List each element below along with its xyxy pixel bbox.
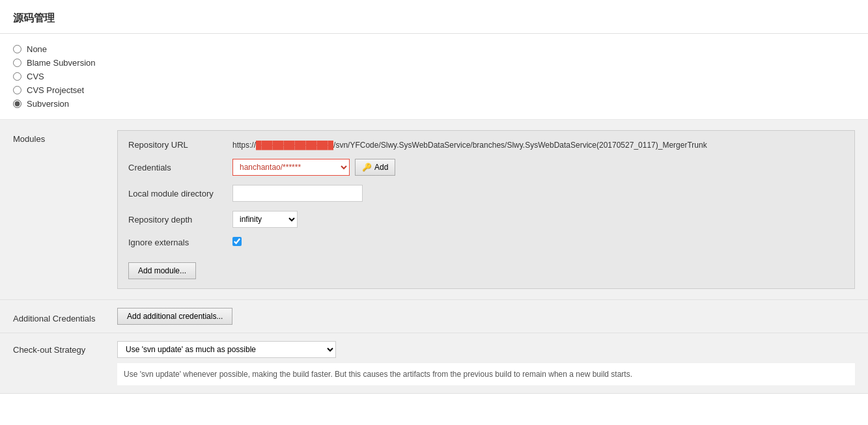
- ignore-externals-checkbox[interactable]: [232, 237, 242, 246]
- checkout-strategy-select[interactable]: Use 'svn update' as much as possible Alw…: [117, 341, 336, 358]
- additional-credentials-section: Additional Credentials Add additional cr…: [0, 300, 868, 333]
- radio-cvs-projectset[interactable]: [13, 86, 21, 94]
- radio-none[interactable]: [13, 45, 21, 53]
- local-module-label: Local module directory: [128, 189, 232, 199]
- checkout-select-row: Use 'svn update' as much as possible Alw…: [117, 341, 855, 358]
- modules-label: Modules: [13, 130, 117, 289]
- add-button-label: Add: [374, 163, 388, 172]
- radio-item-none[interactable]: None: [13, 44, 855, 54]
- checkout-strategy-section: Check-out Strategy Use 'svn update' as m…: [0, 333, 868, 394]
- radio-item-subversion[interactable]: Subversion: [13, 99, 855, 109]
- additional-credentials-label: Additional Credentials: [13, 310, 117, 323]
- add-module-button[interactable]: Add module...: [128, 262, 196, 279]
- radio-cvs-label[interactable]: CVS: [27, 72, 44, 81]
- module-box: Repository URL https://██████████████/sv…: [117, 130, 855, 289]
- section-title: 源码管理: [0, 0, 868, 34]
- repository-url-text: https://██████████████/svn/YFCode/Slwy.S…: [232, 141, 707, 150]
- radio-subversion[interactable]: [13, 100, 21, 108]
- add-module-row: Add module...: [128, 257, 844, 279]
- checkout-strategy-content: Use 'svn update' as much as possible Alw…: [117, 341, 855, 385]
- credentials-value: hanchantao/****** 🔑 Add: [232, 159, 844, 176]
- repository-url-value: https://██████████████/svn/YFCode/Slwy.S…: [232, 140, 844, 150]
- checkout-description: Use 'svn update' whenever possible, maki…: [117, 363, 855, 385]
- scm-radio-group: None Blame Subversion CVS CVS Projectset…: [0, 34, 868, 120]
- repository-depth-value: infinity empty files immediates: [232, 211, 844, 228]
- radio-blame-subversion-label[interactable]: Blame Subversion: [27, 58, 96, 68]
- url-suffix: /svn/YFCode/Slwy.SysWebDataService/branc…: [333, 141, 707, 150]
- radio-cvs-projectset-label[interactable]: CVS Projectset: [27, 85, 84, 95]
- modules-section: Modules Repository URL https://█████████…: [0, 120, 868, 300]
- radio-item-blame-subversion[interactable]: Blame Subversion: [13, 58, 855, 68]
- repository-depth-row: Repository depth infinity empty files im…: [128, 211, 844, 228]
- radio-cvs[interactable]: [13, 72, 21, 81]
- radio-subversion-label[interactable]: Subversion: [27, 99, 69, 109]
- add-credentials-button[interactable]: 🔑 Add: [355, 159, 395, 176]
- page-container: 源码管理 None Blame Subversion CVS CVS Proje…: [0, 0, 868, 425]
- ignore-externals-value: [232, 237, 844, 248]
- repository-depth-select[interactable]: infinity empty files immediates: [232, 211, 298, 228]
- add-additional-credentials-button[interactable]: Add additional credentials...: [117, 308, 232, 325]
- local-module-input[interactable]: [232, 185, 363, 202]
- radio-none-label[interactable]: None: [27, 44, 47, 54]
- local-module-row: Local module directory: [128, 185, 844, 202]
- section-title-text: 源码管理: [13, 12, 55, 23]
- radio-item-cvs[interactable]: CVS: [13, 72, 855, 81]
- ignore-externals-label: Ignore externals: [128, 238, 232, 247]
- url-prefix: https://: [232, 141, 256, 150]
- credentials-select[interactable]: hanchantao/******: [232, 159, 350, 176]
- repository-depth-label: Repository depth: [128, 215, 232, 225]
- radio-blame-subversion[interactable]: [13, 59, 21, 67]
- ignore-externals-row: Ignore externals: [128, 237, 844, 248]
- repository-url-row: Repository URL https://██████████████/sv…: [128, 140, 844, 150]
- credentials-label: Credentials: [128, 163, 232, 172]
- checkout-strategy-label: Check-out Strategy: [13, 341, 117, 385]
- radio-item-cvs-projectset[interactable]: CVS Projectset: [13, 85, 855, 95]
- url-redacted: ██████████████: [256, 141, 333, 150]
- key-icon: 🔑: [362, 163, 372, 172]
- local-module-value: [232, 185, 844, 202]
- credentials-row: Credentials hanchantao/****** 🔑 Add: [128, 159, 844, 176]
- repository-url-label: Repository URL: [128, 140, 232, 150]
